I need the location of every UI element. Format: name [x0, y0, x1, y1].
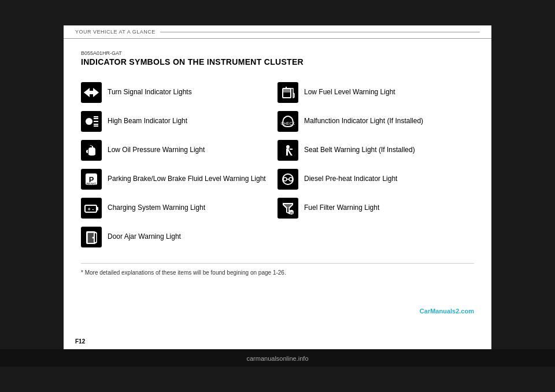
page-number: F12 [75, 338, 85, 345]
high-beam-icon [81, 111, 102, 132]
svg-point-2 [86, 118, 92, 125]
indicators-grid: Turn Signal Indicator Lights [81, 78, 474, 252]
fuel-filter-label: Fuel Filter Warning Light [304, 204, 379, 213]
turn-signal-svg [84, 85, 99, 100]
svg-rect-13 [97, 207, 98, 210]
right-column: Low Fuel Level Warning Light CHECK Malfu… [278, 78, 474, 252]
door-ajar-svg [84, 230, 99, 245]
malfunction-svg: CHECK [280, 114, 295, 129]
indicator-charging: + - Charging System Warning Light [81, 194, 278, 223]
fuel-filter-svg: W [280, 201, 295, 216]
diesel-preheat-label: Diesel Pre-heat Indicator Light [304, 175, 397, 184]
svg-point-24 [286, 145, 290, 149]
watermark: CarManuals2.com [420, 308, 474, 315]
indicator-turn-signal: Turn Signal Indicator Lights [81, 78, 278, 107]
indicator-diesel-preheat: Diesel Pre-heat Indicator Light [278, 165, 474, 194]
svg-text:W: W [290, 211, 293, 215]
charging-icon: + - [81, 198, 102, 219]
indicator-door-ajar: Door Ajar Warning Light [81, 223, 278, 252]
svg-rect-21 [283, 89, 290, 93]
parking-brake-label: Parking Brake/Low Brake Fluid Level Warn… [108, 175, 266, 184]
page-container: YOUR VEHICLE AT A GLANCE B055A01HR-GAT I… [64, 25, 491, 349]
turn-signal-label: Turn Signal Indicator Lights [108, 88, 192, 97]
high-beam-label: High Beam Indicator Light [108, 117, 187, 126]
header-divider [160, 32, 480, 32]
indicator-malfunction: CHECK Malfunction Indicator Light (If In… [278, 107, 474, 136]
low-oil-icon [81, 140, 102, 161]
high-beam-svg [84, 114, 99, 129]
svg-text:BRAKE: BRAKE [87, 182, 97, 186]
door-ajar-label: Door Ajar Warning Light [108, 232, 181, 242]
svg-text:CHECK: CHECK [281, 121, 295, 125]
svg-point-8 [88, 153, 95, 156]
turn-signal-icon [81, 82, 102, 103]
header-title: YOUR VEHICLE AT A GLANCE [75, 29, 156, 35]
svg-text:+  -: + - [88, 206, 94, 212]
section-code: B055A01HR-GAT [81, 50, 474, 56]
footnote: * More detailed explanations of these it… [81, 263, 474, 276]
fuel-filter-icon: W [278, 198, 298, 219]
left-column: Turn Signal Indicator Lights [81, 78, 278, 252]
seatbelt-icon [278, 140, 298, 161]
malfunction-label: Malfunction Indicator Light (If Installe… [304, 117, 423, 126]
diesel-preheat-icon [278, 169, 298, 190]
door-ajar-icon [81, 227, 102, 247]
section-title: INDICATOR SYMBOLS ON THE INSTRUMENT CLUS… [81, 57, 474, 66]
parking-brake-icon: P BRAKE [81, 169, 102, 190]
charging-svg: + - [84, 201, 99, 216]
low-oil-svg [84, 143, 99, 158]
low-fuel-icon [278, 82, 298, 103]
malfunction-icon: CHECK [278, 111, 298, 132]
indicator-high-beam: High Beam Indicator Light [81, 107, 278, 136]
parking-brake-svg: P BRAKE [84, 172, 99, 187]
indicator-low-oil: Low Oil Pressure Warning Light [81, 136, 278, 165]
indicator-parking-brake: P BRAKE Parking Brake/Low Brake Fluid Le… [81, 165, 278, 194]
low-oil-label: Low Oil Pressure Warning Light [108, 146, 205, 155]
indicator-low-fuel: Low Fuel Level Warning Light [278, 78, 474, 107]
charging-label: Charging System Warning Light [108, 204, 205, 213]
seatbelt-svg [280, 143, 295, 158]
svg-marker-1 [88, 88, 99, 97]
svg-point-19 [92, 237, 94, 239]
main-content: B055A01HR-GAT INDICATOR SYMBOLS ON THE I… [64, 39, 491, 287]
bottom-bar: carmanualsonline.info [0, 349, 555, 367]
svg-point-27 [289, 177, 293, 181]
seatbelt-label: Seat Belt Warning Light (If Installed) [304, 146, 415, 155]
indicator-fuel-filter: W Fuel Filter Warning Light [278, 194, 474, 223]
bottom-url: carmanualsonline.info [246, 355, 308, 362]
low-fuel-label: Low Fuel Level Warning Light [304, 88, 395, 97]
header-bar: YOUR VEHICLE AT A GLANCE [64, 25, 491, 39]
diesel-preheat-svg [280, 172, 295, 187]
indicator-seatbelt: Seat Belt Warning Light (If Installed) [278, 136, 474, 165]
low-fuel-svg [280, 85, 295, 100]
svg-point-26 [283, 177, 287, 181]
